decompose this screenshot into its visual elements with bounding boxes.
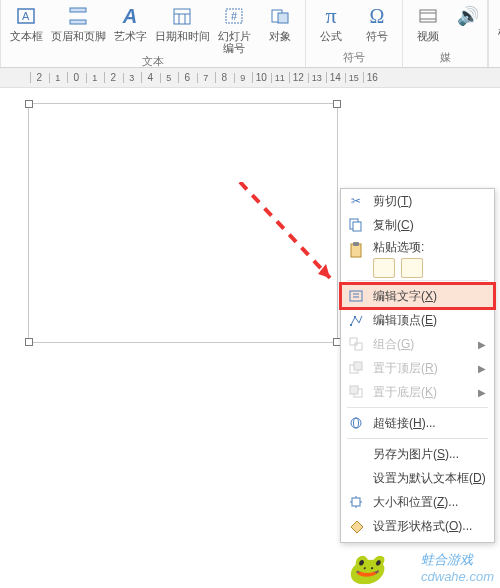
svg-point-35	[354, 418, 359, 428]
menu-edit-text[interactable]: 编辑文字(X)	[341, 284, 494, 308]
header-footer-button[interactable]: 页眉和页脚	[51, 2, 105, 54]
style-label: 样式	[495, 24, 500, 41]
paste-option-1[interactable]	[373, 258, 395, 278]
group-icon	[347, 335, 365, 353]
blank-icon	[347, 469, 365, 487]
object-icon	[268, 4, 292, 28]
audio-icon: 🔊	[456, 4, 480, 28]
group-label-symbols: 符号	[343, 50, 365, 67]
svg-rect-29	[355, 343, 362, 350]
menu-set-default-textbox[interactable]: 设置为默认文本框(D)	[341, 466, 494, 490]
svg-rect-3	[70, 20, 86, 24]
canvas-area: ✂ 剪切(T) 复制(C) 粘贴选项: 编辑文字(X) 编辑顶点(E) 组合(G…	[0, 88, 500, 588]
wordart-icon: A	[118, 4, 142, 28]
textbox-icon: A	[14, 4, 38, 28]
video-icon	[416, 4, 440, 28]
svg-rect-20	[353, 222, 361, 231]
svg-rect-4	[174, 9, 190, 24]
equation-button[interactable]: π 公式	[310, 2, 352, 42]
hyperlink-icon	[347, 414, 365, 432]
slide-number-button[interactable]: # 幻灯片 编号	[213, 2, 255, 54]
menu-group: 组合(G) ▶	[341, 332, 494, 356]
wordart-button[interactable]: A 艺术字	[109, 2, 151, 54]
group-label-media: 媒	[440, 50, 451, 67]
scissors-icon: ✂	[347, 192, 365, 210]
format-icon	[347, 517, 365, 535]
menu-save-as-picture[interactable]: 另存为图片(S)...	[341, 442, 494, 466]
pi-icon: π	[319, 4, 343, 28]
bring-front-icon	[347, 359, 365, 377]
svg-rect-28	[350, 338, 357, 345]
group-label-text: 文本	[142, 54, 164, 71]
selected-textbox[interactable]	[28, 103, 338, 343]
context-menu: ✂ 剪切(T) 复制(C) 粘贴选项: 编辑文字(X) 编辑顶点(E) 组合(G…	[340, 188, 495, 543]
menu-bring-to-front: 置于顶层(R) ▶	[341, 356, 494, 380]
shape-tools-group: 样式 填充 轮廓	[488, 0, 500, 67]
chevron-right-icon: ▶	[478, 339, 486, 350]
menu-paste-options: 粘贴选项:	[341, 237, 494, 277]
svg-rect-23	[350, 291, 362, 301]
svg-rect-11	[278, 13, 288, 23]
edit-points-icon	[347, 311, 365, 329]
ribbon: A 文本框 页眉和页脚 A 艺术字 日期和时间 # 幻灯片 编号 对象	[0, 0, 500, 68]
symbol-button[interactable]: Ω 符号	[356, 2, 398, 42]
textbox-button[interactable]: A 文本框	[5, 2, 47, 54]
ribbon-group-media: 视频 🔊 媒	[403, 0, 488, 67]
menu-edit-points[interactable]: 编辑顶点(E)	[341, 308, 494, 332]
send-back-icon	[347, 383, 365, 401]
svg-rect-2	[70, 8, 86, 12]
menu-send-to-back: 置于底层(K) ▶	[341, 380, 494, 404]
svg-rect-31	[354, 362, 362, 370]
svg-rect-26	[350, 324, 352, 326]
menu-hyperlink[interactable]: 超链接(H)...	[341, 411, 494, 435]
size-icon	[347, 493, 365, 511]
menu-copy[interactable]: 复制(C)	[341, 213, 494, 237]
svg-point-34	[351, 418, 361, 428]
paste-option-2[interactable]	[401, 258, 423, 278]
svg-rect-33	[350, 386, 358, 394]
ribbon-group-text: A 文本框 页眉和页脚 A 艺术字 日期和时间 # 幻灯片 编号 对象	[0, 0, 306, 67]
object-button[interactable]: 对象	[259, 2, 301, 54]
chevron-right-icon: ▶	[478, 363, 486, 374]
shape-style-button[interactable]	[495, 4, 500, 22]
svg-rect-27	[354, 316, 356, 318]
calendar-icon	[170, 4, 194, 28]
menu-size-and-position[interactable]: 大小和位置(Z)...	[341, 490, 494, 514]
svg-text:A: A	[22, 10, 30, 22]
svg-rect-22	[353, 242, 359, 246]
video-button[interactable]: 视频	[407, 2, 449, 42]
audio-button[interactable]: 🔊	[453, 2, 483, 42]
frog-icon: 🐸	[347, 551, 384, 586]
svg-rect-36	[352, 498, 360, 506]
ribbon-group-symbols: π 公式 Ω 符号 符号	[306, 0, 403, 67]
menu-format-shape[interactable]: 设置形状格式(O)...	[341, 514, 494, 538]
clipboard-icon	[347, 241, 365, 259]
datetime-button[interactable]: 日期和时间	[155, 2, 209, 54]
header-footer-icon	[66, 4, 90, 28]
copy-icon	[347, 216, 365, 234]
separator	[347, 407, 488, 408]
slide-number-icon: #	[222, 4, 246, 28]
blank-icon	[347, 445, 365, 463]
separator	[347, 438, 488, 439]
menu-cut[interactable]: ✂ 剪切(T)	[341, 189, 494, 213]
horizontal-ruler: 21012345678910111213141516	[0, 68, 500, 88]
omega-icon: Ω	[365, 4, 389, 28]
svg-rect-12	[420, 10, 436, 22]
chevron-right-icon: ▶	[478, 387, 486, 398]
separator	[347, 280, 488, 281]
watermark: 🐸 蛙合游戏 cdwahe.com	[421, 551, 494, 584]
svg-text:#: #	[231, 10, 238, 22]
edit-text-icon	[347, 287, 365, 305]
